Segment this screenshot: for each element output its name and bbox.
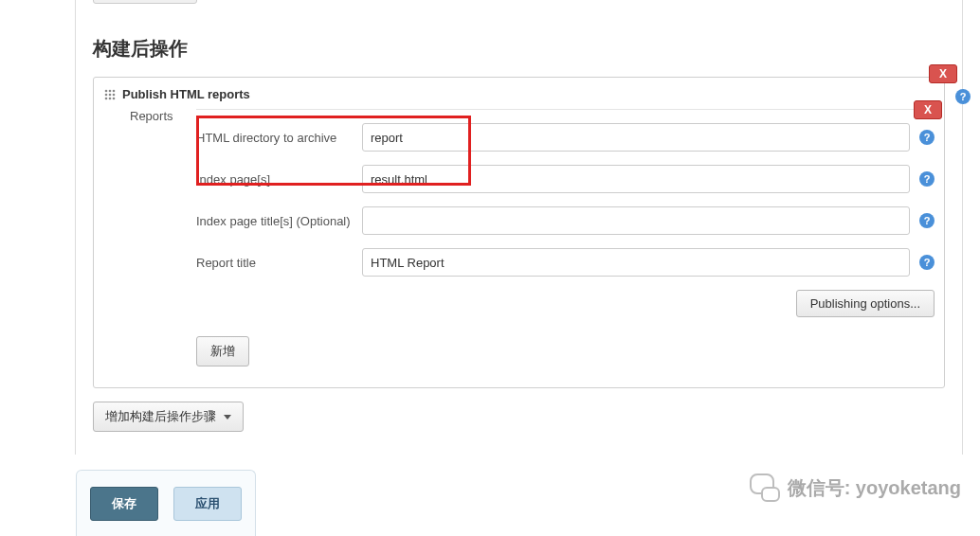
publishing-options-row: Publishing options... [196,290,935,317]
help-icon[interactable]: ? [919,130,935,145]
bottom-action-bar: 保存 应用 [76,470,256,536]
watermark: 微信号: yoyoketang [748,473,961,502]
add-post-build-step-label: 增加构建后操作步骤 [105,408,216,425]
row-index-page-titles: Index page title[s] (Optional) ? [196,206,935,235]
save-button[interactable]: 保存 [90,487,158,521]
svg-point-7 [109,97,112,99]
panel-title: Publish HTML reports [122,87,250,101]
svg-point-6 [105,97,108,99]
input-html-directory[interactable] [362,123,910,152]
input-index-page-titles[interactable] [362,206,910,235]
svg-point-5 [113,93,116,96]
wechat-icon [748,473,780,502]
svg-point-3 [105,93,108,96]
reports-area: Reports X HTML directory to archive ? In… [94,109,944,387]
svg-point-1 [109,89,112,92]
drag-handle-icon[interactable] [103,88,117,101]
left-gutter [0,0,76,455]
publishing-options-button[interactable]: Publishing options... [796,290,935,317]
help-icon[interactable]: ? [919,255,935,270]
apply-button[interactable]: 应用 [173,487,242,521]
watermark-text: 微信号: yoyoketang [788,475,961,501]
chevron-down-icon [224,415,231,420]
help-icon[interactable]: ? [955,89,971,104]
svg-point-0 [105,89,108,92]
svg-point-4 [109,93,112,96]
label-html-directory: HTML directory to archive [196,131,362,145]
input-report-title[interactable] [362,248,910,277]
main-content: 构建后操作 X ? Publish HTML reports Reports X… [76,0,963,455]
reports-body: X HTML directory to archive ? Index page… [196,109,935,378]
row-index-pages: Index page[s] ? [196,165,935,193]
delete-report-button[interactable]: X [914,100,942,119]
add-report-button[interactable]: 新增 [196,336,249,366]
svg-point-8 [113,97,116,99]
help-icon[interactable]: ? [919,213,935,228]
row-report-title: Report title ? [196,248,935,277]
label-index-page-titles: Index page title[s] (Optional) [196,214,362,228]
row-html-directory: HTML directory to archive ? [196,123,935,152]
svg-point-2 [113,89,116,92]
publish-html-reports-panel: X ? Publish HTML reports Reports X HTML … [93,77,945,388]
section-title: 构建后操作 [93,36,945,62]
input-index-pages[interactable] [362,165,910,193]
panel-header: Publish HTML reports [94,78,944,109]
add-post-build-step-button[interactable]: 增加构建后操作步骤 [93,402,244,432]
reports-label: Reports [130,109,196,378]
label-report-title: Report title [196,256,362,270]
help-icon[interactable]: ? [919,171,935,187]
label-index-pages: Index page[s] [196,172,362,187]
